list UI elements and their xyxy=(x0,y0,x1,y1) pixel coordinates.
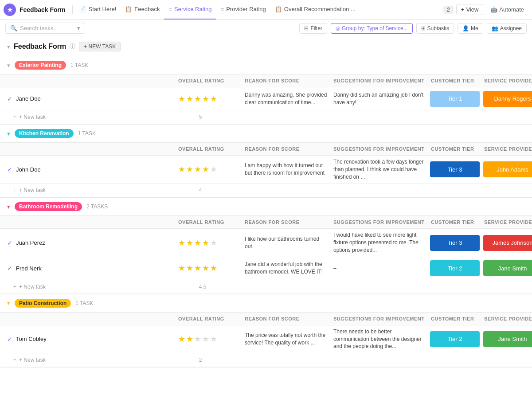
subtasks-button[interactable]: ⊞ Subtasks xyxy=(416,23,454,34)
assignee-button[interactable]: 👥 Assignee xyxy=(487,23,527,34)
automate-button[interactable]: 🤖 Automate xyxy=(486,4,528,15)
task-name-john-doe[interactable]: John Doe xyxy=(16,166,41,173)
score-bathroom: 4.5 xyxy=(199,284,207,290)
tier-badge-tom[interactable]: Tier 2 xyxy=(430,331,480,347)
provider-badge-tom[interactable]: Jane Smith xyxy=(483,331,532,347)
col-headers-bathroom: OVERALL RATING REASON FOR SCORE SUGGESTI… xyxy=(0,216,532,229)
search-chevron-icon: ▾ xyxy=(77,25,80,31)
toolbar: 🔍 Search tasks... ▾ ⊟ Filter ◎ Group by:… xyxy=(0,20,532,37)
bathroom-remodelling-badge: Bathroom Remodelling xyxy=(15,202,82,211)
star-3: ★ xyxy=(194,263,202,273)
provider-cell-juan: James Johnson xyxy=(481,233,532,253)
col-task xyxy=(7,74,176,87)
tab-overall-recommendation[interactable]: 📋 Overall Recommendation ... xyxy=(270,0,360,20)
group-bathroom-remodelling: ▾ Bathroom Remodelling 2 TASKS OVERALL R… xyxy=(0,198,532,294)
check-icon-jane-doe[interactable]: ✓ xyxy=(7,95,12,102)
col-reason-b: REASON FOR SCORE xyxy=(242,216,331,228)
tab-service-rating[interactable]: ≡ Service Rating xyxy=(164,0,216,20)
table-row: ✓ Juan Perez ★ ★ ★ ★ ★ I like how our ba… xyxy=(0,229,532,257)
nav-badge[interactable]: 2 xyxy=(443,6,454,14)
table-row: ✓ John Doe ★ ★ ★ ★ ★ I am happy with how… xyxy=(0,156,532,184)
col-overall-rating-1: OVERALL RATING xyxy=(176,74,242,87)
plus-icon-bathroom: + xyxy=(13,284,16,290)
filter-icon: ⊟ xyxy=(304,25,309,31)
star-5: ★ xyxy=(210,94,218,104)
tier-cell-john-doe: Tier 3 xyxy=(428,160,481,179)
provider-badge-john-doe[interactable]: John Adams xyxy=(483,161,532,177)
new-task-row-kitchen[interactable]: + + New task 4 xyxy=(0,184,532,197)
suggestions-cell-tom: There needs to be better communication b… xyxy=(331,325,428,353)
reason-cell-john-doe: I am happy with how it turned out but th… xyxy=(242,159,331,180)
tier-badge-jane-doe[interactable]: Tier 1 xyxy=(430,91,480,107)
patio-task-count: 1 TASK xyxy=(75,300,93,306)
star-5-empty: ★ xyxy=(210,238,218,248)
group-header-exterior-painting: ▾ Exterior Painting 1 TASK xyxy=(0,56,532,74)
app-title: Feedback Form xyxy=(20,6,65,13)
col-suggestions-p: SUGGESTIONS FOR IMPROVEMENT xyxy=(331,313,428,325)
filter-button[interactable]: ⊟ Filter xyxy=(299,23,327,34)
star-5: ★ xyxy=(210,263,218,273)
subtasks-icon: ⊞ xyxy=(421,25,426,31)
rating-cell-jane-doe: ★ ★ ★ ★ ★ xyxy=(176,91,242,106)
plus-icon-exterior: + xyxy=(13,114,16,120)
task-name-juan[interactable]: Juan Perez xyxy=(16,239,45,246)
col-reason-k: REASON FOR SCORE xyxy=(242,143,331,155)
score-exterior: 5 xyxy=(199,114,202,120)
task-name-cell-jane-doe: ✓ Jane Doe xyxy=(7,92,176,106)
new-task-button[interactable]: + NEW TASK xyxy=(79,42,121,51)
provider-badge-jane-doe[interactable]: Danny Rogers xyxy=(483,91,532,107)
collapse-page-icon[interactable]: ▾ xyxy=(7,43,10,50)
star-4: ★ xyxy=(202,238,210,248)
tier-badge-fred[interactable]: Tier 2 xyxy=(430,260,480,276)
overall-rec-icon: 📋 xyxy=(275,6,282,12)
main-content: ▾ Exterior Painting 1 TASK OVERALL RATIN… xyxy=(0,56,532,368)
new-task-row-bathroom[interactable]: + + New task 4.5 xyxy=(0,280,532,294)
collapse-patio-icon[interactable]: ▾ xyxy=(7,300,10,306)
star-2: ★ xyxy=(186,238,194,248)
new-task-row-exterior[interactable]: + + New task 5 xyxy=(0,110,532,124)
star-5-empty: ★ xyxy=(210,334,218,344)
me-button[interactable]: 👤 Me xyxy=(458,23,483,34)
col-service-provider-p: SERVICE PROVIDER xyxy=(481,313,532,325)
start-here-icon: 📄 xyxy=(79,6,86,12)
star-1: ★ xyxy=(178,238,186,248)
task-name-fred[interactable]: Fred Nerk xyxy=(16,265,42,272)
star-3: ★ xyxy=(194,164,202,174)
col-headers-exterior-painting: OVERALL RATING REASON FOR SCORE SUGGESTI… xyxy=(0,74,532,87)
check-icon-juan[interactable]: ✓ xyxy=(7,239,12,246)
view-button[interactable]: + View xyxy=(456,4,484,15)
collapse-exterior-painting-icon[interactable]: ▾ xyxy=(7,62,10,69)
task-name-tom[interactable]: Tom Cobley xyxy=(16,336,47,342)
provider-badge-juan[interactable]: James Johnson xyxy=(483,235,532,251)
app-container: ★ Feedback Form 📄 Start Here! 📋 Feedback… xyxy=(0,0,532,368)
check-icon-john-doe[interactable]: ✓ xyxy=(7,166,12,173)
new-task-row-patio[interactable]: + + New task 2 xyxy=(0,353,532,367)
tier-badge-juan[interactable]: Tier 3 xyxy=(430,235,480,251)
provider-badge-fred[interactable]: Jane Smith xyxy=(483,260,532,276)
kitchen-renovation-badge: Kitchen Renovation xyxy=(15,129,74,138)
task-name-cell-tom: ✓ Tom Cobley xyxy=(7,332,176,346)
tab-provider-rating[interactable]: ≡ Provider Rating xyxy=(216,0,270,20)
plus-icon-kitchen: + xyxy=(13,187,16,193)
star-2: ★ xyxy=(186,94,194,104)
star-2: ★ xyxy=(186,164,194,174)
collapse-kitchen-icon[interactable]: ▾ xyxy=(7,130,10,137)
search-box[interactable]: 🔍 Search tasks... ▾ xyxy=(5,23,85,34)
bathroom-task-count: 2 TASKS xyxy=(86,203,108,210)
tab-start-here[interactable]: 📄 Start Here! xyxy=(74,0,121,20)
check-icon-fred[interactable]: ✓ xyxy=(7,265,12,272)
check-icon-tom[interactable]: ✓ xyxy=(7,336,12,343)
group-by-button[interactable]: ◎ Group by: Type of Service... xyxy=(331,23,413,34)
app-logo: ★ xyxy=(4,4,16,16)
col-headers-patio: OVERALL RATING REASON FOR SCORE SUGGESTI… xyxy=(0,313,532,325)
task-name-jane-doe[interactable]: Jane Doe xyxy=(16,95,41,102)
provider-rating-icon: ≡ xyxy=(221,6,224,12)
tab-feedback[interactable]: 📋 Feedback xyxy=(121,0,164,20)
tier-badge-john-doe[interactable]: Tier 3 xyxy=(430,161,480,177)
star-2: ★ xyxy=(186,334,194,344)
suggestions-cell-john-doe: The renovation took a few days longer th… xyxy=(331,156,428,183)
collapse-bathroom-icon[interactable]: ▾ xyxy=(7,203,10,210)
stars-fred: ★ ★ ★ ★ ★ xyxy=(178,263,218,273)
provider-cell-john-doe: John Adams xyxy=(481,160,532,179)
star-4: ★ xyxy=(202,164,210,174)
